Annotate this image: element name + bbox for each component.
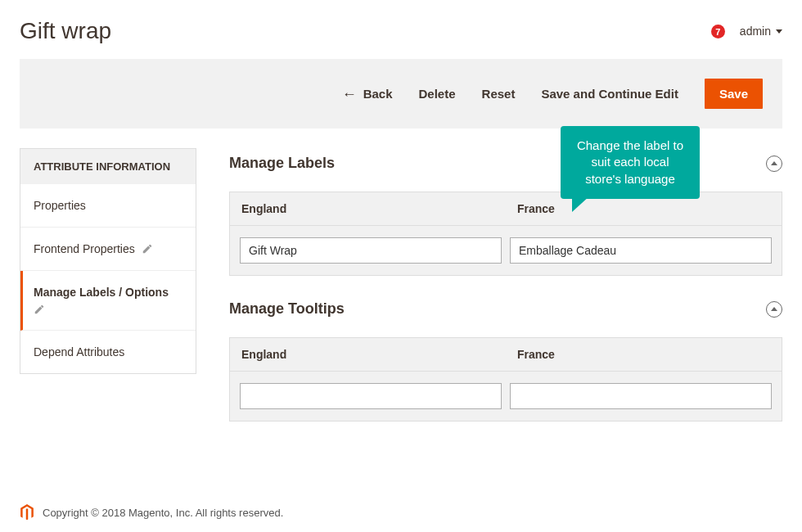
tooltip-france-input[interactable] <box>510 383 772 409</box>
column-england: England <box>230 192 506 225</box>
back-label: Back <box>363 87 393 101</box>
column-england: England <box>230 338 506 371</box>
table-header: England France <box>230 338 782 372</box>
sidebar-item-label: Depend Attributes <box>34 345 124 358</box>
caret-down-icon <box>776 29 782 34</box>
delete-button[interactable]: Delete <box>419 87 456 101</box>
header: Gift wrap 7 admin <box>0 0 802 59</box>
pencil-icon <box>34 304 45 315</box>
column-france: France <box>506 338 782 371</box>
user-label: admin <box>740 25 771 38</box>
collapse-icon[interactable] <box>766 301 782 318</box>
sidebar-item-manage-labels[interactable]: Manage Labels / Options <box>20 271 196 331</box>
help-callout: Change the label to suit each local stor… <box>561 126 700 199</box>
sidebar-item-frontend-properties[interactable]: Frontend Properties <box>20 228 196 271</box>
table-row <box>230 226 782 275</box>
section-header: Manage Tooltips <box>229 300 782 318</box>
label-england-input[interactable] <box>240 237 502 264</box>
sidebar-header: ATTRIBUTE INFORMATION <box>20 148 196 184</box>
save-button[interactable]: Save <box>705 79 763 109</box>
section-title: Manage Labels <box>229 155 335 172</box>
tooltips-table: England France <box>229 337 782 422</box>
sidebar-item-properties[interactable]: Properties <box>20 184 196 228</box>
copyright-text: Copyright © 2018 Magento, Inc. All right… <box>43 507 283 519</box>
arrow-left-icon: ← <box>342 87 357 101</box>
label-france-input[interactable] <box>510 237 772 264</box>
sidebar-item-label: Properties <box>34 199 86 212</box>
user-menu[interactable]: admin <box>735 25 782 38</box>
labels-table: England France <box>229 192 782 276</box>
header-actions: 7 admin <box>699 25 782 38</box>
manage-tooltips-section: Manage Tooltips England France <box>229 300 782 422</box>
sidebar-item-label: Frontend Properties <box>34 242 135 255</box>
back-button[interactable]: ← Back <box>342 87 393 101</box>
magento-logo-icon <box>20 504 34 521</box>
sidebar-item-label: Manage Labels / Options <box>34 286 169 299</box>
sidebar-item-depend-attributes[interactable]: Depend Attributes <box>20 331 196 373</box>
page-title: Gift wrap <box>20 18 111 44</box>
action-bar: ← Back Delete Reset Save and Continue Ed… <box>20 59 782 128</box>
sidebar: ATTRIBUTE INFORMATION Properties Fronten… <box>20 148 196 446</box>
reset-button[interactable]: Reset <box>482 87 516 101</box>
collapse-icon[interactable] <box>766 156 782 172</box>
save-continue-button[interactable]: Save and Continue Edit <box>541 87 678 101</box>
sidebar-list: Properties Frontend Properties Manage La… <box>20 184 196 374</box>
notification-badge: 7 <box>711 25 725 38</box>
section-title: Manage Tooltips <box>229 300 345 318</box>
tooltip-england-input[interactable] <box>240 383 502 409</box>
table-row <box>230 372 782 421</box>
footer: Copyright © 2018 Magento, Inc. All right… <box>0 493 802 532</box>
pencil-icon <box>142 243 153 255</box>
